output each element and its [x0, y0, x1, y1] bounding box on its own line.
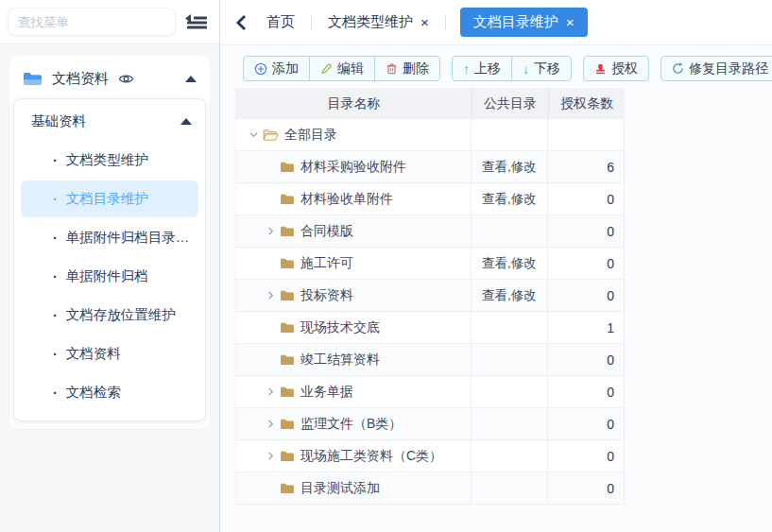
- button-label: 上移: [474, 60, 501, 77]
- column-header-public-directory: 公共目录: [472, 88, 548, 119]
- sidebar-item[interactable]: ·单据附件归档目录…: [21, 219, 198, 256]
- table-row[interactable]: 竣工结算资料0: [235, 344, 625, 376]
- collapse-caret-icon[interactable]: [185, 76, 197, 82]
- sidebar-group-panel: 基础资料 ·文档类型维护·文档目录维护·单据附件归档目录…·单据附件归档·文档存…: [13, 98, 206, 421]
- sidebar-item-label: 文档类型维护: [66, 151, 148, 169]
- cell-public-directory: 查看,修改: [472, 248, 548, 279]
- menu-fold-icon[interactable]: [180, 5, 214, 39]
- table-header: 目录名称 公共目录 授权条数: [235, 88, 625, 119]
- table-row[interactable]: 现场施工类资料（C类）0: [235, 440, 625, 472]
- directory-name-label: 现场技术交底: [300, 319, 380, 336]
- collapse-caret-icon[interactable]: [180, 118, 192, 125]
- cell-public-directory: 查看,修改: [472, 183, 548, 215]
- table-row[interactable]: 施工许可查看,修改0: [235, 248, 625, 280]
- cell-directory-name: 现场施工类资料（C类）: [236, 440, 472, 472]
- bullet-icon: ·: [53, 269, 58, 284]
- cell-directory-name: 现场技术交底: [236, 312, 472, 343]
- sidebar-item-label: 单据附件归档目录…: [66, 229, 190, 247]
- tab-label: 文档目录维护: [473, 13, 558, 31]
- cell-auth-count: 0: [548, 440, 625, 472]
- table-row[interactable]: 投标资料查看,修改0: [235, 280, 625, 312]
- main-panel: 首页文档类型维护×文档目录维护× 添加编辑删除↑上移↓下移授权修复目录路径 目录…: [220, 0, 772, 532]
- table-row[interactable]: 监理文件（B类）0: [235, 408, 625, 440]
- sidebar-item[interactable]: ·文档目录维护: [21, 180, 198, 217]
- table-row[interactable]: 合同模版0: [235, 215, 625, 248]
- sidebar-group-basic-data[interactable]: 基础资料: [14, 99, 205, 140]
- sidebar-item[interactable]: ·文档类型维护: [21, 142, 198, 179]
- cell-directory-name: 合同模版: [236, 215, 472, 247]
- folder-closed-icon: [280, 289, 295, 301]
- folder-closed-icon: [280, 450, 295, 462]
- chevron-right-icon[interactable]: [261, 226, 280, 236]
- move-down-button[interactable]: ↓下移: [511, 56, 572, 81]
- sidebar-item[interactable]: ·文档检索: [21, 374, 198, 411]
- sidebar-item[interactable]: ·单据附件归档: [21, 258, 198, 295]
- tab-close-icon[interactable]: ×: [566, 15, 575, 29]
- cell-public-directory: [472, 408, 548, 439]
- cell-directory-name: 投标资料: [236, 280, 472, 311]
- directory-name-label: 合同模版: [300, 223, 353, 240]
- directory-name-label: 施工许可: [300, 255, 353, 272]
- repair-path-button[interactable]: 修复目录路径: [660, 56, 772, 81]
- tab[interactable]: 文档类型维护×: [326, 8, 431, 37]
- chevron-right-icon[interactable]: [261, 451, 280, 461]
- cell-auth-count: 1: [548, 312, 625, 343]
- search-input[interactable]: [8, 8, 176, 36]
- table-row[interactable]: 业务单据0: [235, 376, 625, 408]
- edit-button[interactable]: 编辑: [309, 56, 375, 81]
- table-row[interactable]: 材料验收单附件查看,修改0: [235, 183, 625, 215]
- cell-auth-count: 0: [548, 280, 625, 311]
- folder-closed-icon: [280, 353, 295, 366]
- bullet-icon: ·: [53, 308, 58, 323]
- cell-auth-count: 0: [548, 408, 625, 439]
- cell-directory-name: 监理文件（B类）: [236, 408, 472, 439]
- cell-public-directory: [472, 376, 548, 407]
- tab[interactable]: 首页: [265, 8, 297, 37]
- bullet-icon: ·: [53, 231, 58, 246]
- cell-auth-count: [548, 119, 625, 150]
- add-button[interactable]: 添加: [243, 56, 310, 81]
- delete-button[interactable]: 删除: [374, 56, 440, 81]
- chevron-down-icon[interactable]: [244, 129, 263, 140]
- sidebar-item-label: 文档检索: [66, 384, 121, 402]
- cell-auth-count: 0: [548, 344, 625, 375]
- cell-directory-name: 施工许可: [236, 248, 472, 279]
- sidebar-root-document-data[interactable]: 文档资料: [13, 60, 206, 98]
- sidebar-item[interactable]: ·文档资料: [21, 335, 198, 372]
- sidebar-item-label: 文档目录维护: [66, 190, 148, 208]
- chevron-right-icon[interactable]: [261, 386, 280, 397]
- cell-public-directory: [472, 440, 548, 472]
- table-row[interactable]: 目录测试添加0: [235, 472, 625, 505]
- button-label: 下移: [534, 60, 560, 77]
- sidebar: 文档资料 基础资料 ·文档类型维护·文档目录维护·单据附件归档目录…·单据附件归…: [0, 0, 220, 532]
- authorize-button[interactable]: 授权: [583, 56, 649, 81]
- cell-auth-count: 0: [548, 376, 625, 407]
- sidebar-menu-card: 文档资料 基础资料 ·文档类型维护·文档目录维护·单据附件归档目录…·单据附件归…: [9, 56, 210, 429]
- button-label: 删除: [403, 60, 429, 77]
- sidebar-item[interactable]: ·文档存放位置维护: [21, 297, 198, 334]
- table-row[interactable]: 现场技术交底1: [235, 312, 625, 344]
- cell-public-directory: [472, 119, 548, 150]
- sidebar-group-label: 基础资料: [31, 112, 86, 130]
- eye-icon[interactable]: [118, 73, 134, 85]
- sidebar-header: [0, 0, 219, 44]
- tabs-back-chevron-icon[interactable]: [235, 14, 248, 31]
- toolbar-button-group: ↑上移↓下移: [452, 56, 572, 81]
- cell-auth-count: 0: [548, 183, 625, 215]
- move-up-button[interactable]: ↑上移: [452, 56, 512, 81]
- table-row[interactable]: 全部目录: [235, 119, 625, 151]
- trash-icon: [386, 62, 398, 76]
- table-row[interactable]: 材料采购验收附件查看,修改6: [235, 151, 625, 183]
- tab-active[interactable]: 文档目录维护×: [460, 8, 588, 37]
- chevron-right-icon[interactable]: [261, 290, 280, 300]
- folder-blue-icon: [23, 71, 43, 87]
- folder-closed-icon: [280, 321, 295, 334]
- sidebar-item-list: ·文档类型维护·文档目录维护·单据附件归档目录…·单据附件归档·文档存放位置维护…: [14, 142, 205, 411]
- folder-closed-icon: [280, 482, 295, 494]
- folder-closed-icon: [280, 225, 295, 237]
- cell-auth-count: 0: [548, 248, 625, 279]
- tab-close-icon[interactable]: ×: [420, 15, 429, 29]
- toolbar-button-group: 授权: [583, 56, 649, 81]
- chevron-right-icon[interactable]: [261, 419, 280, 429]
- sidebar-item-label: 文档存放位置维护: [66, 306, 176, 324]
